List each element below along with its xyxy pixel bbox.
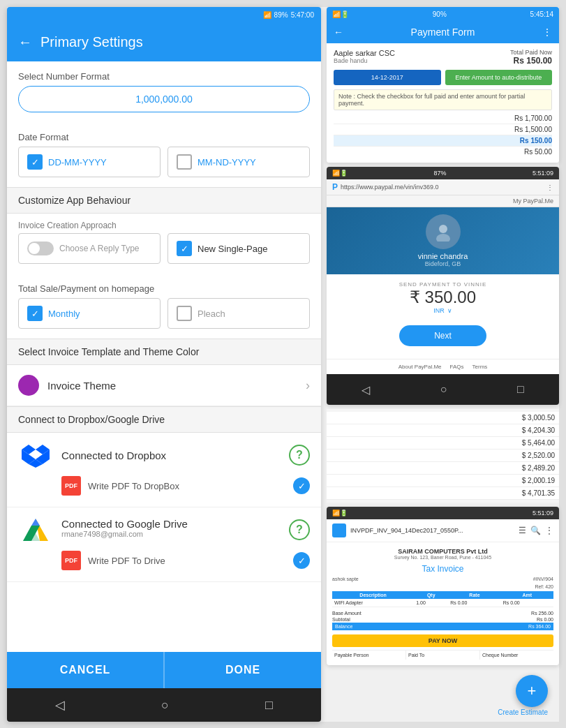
pp-battery: 87% [433,170,446,177]
pp-status-bar: 📶🔋 87% 5:51:09 [327,167,559,179]
inv-col-desc: Description [332,591,414,599]
approach-row: Choose A Reply Type ✓ New Single-Page [18,233,310,264]
pp-link-terms[interactable]: Terms [472,364,488,370]
approach-label-2: New Single-Page [198,244,267,254]
pp-nav-home[interactable]: ○ [440,383,447,396]
pp-next-button[interactable]: Next [399,325,486,346]
inv-pay-button[interactable]: PAY NOW [332,634,553,647]
inv-ref-text: Ref: 420 [535,584,553,589]
inv-company: SAIRAM COMPUTERS Pvt Ltd [332,548,553,555]
pf-buttons: 14-12-2017 Enter Amount to auto-distribu… [334,70,552,85]
gdrive-pdf-check[interactable]: ✓ [293,552,310,569]
dropbox-row: Connected to Dropbox ? [18,441,310,469]
date-format-label: Date Format [7,122,321,147]
date-option-dmy[interactable]: ✓ DD-MM-YYYY [18,147,161,177]
list-amounts-section: $ 3,000.50 $ 4,204.30 $ 5,464.00 $ 2,520… [327,409,559,503]
inv-search-icon[interactable]: 🔍 [530,526,541,535]
chevron-right-icon: › [306,378,310,393]
inv-address: Survey No. 123, Baner Road, Pune - 41104… [332,555,553,560]
dropbox-pdf-check[interactable]: ✓ [293,477,310,494]
invoice-theme-label: Invoice Theme [47,380,306,392]
payment-row: ✓ Monthly Pleach [18,298,310,329]
nav-home-button[interactable]: ○ [161,698,169,713]
payment-checkbox-pleach[interactable] [177,306,192,321]
payment-checkbox-monthly[interactable]: ✓ [27,306,43,321]
inv-item-desc: WIFI Adapter [332,599,414,607]
list-amount-1: $ 4,204.30 [327,424,559,437]
pf-menu-button[interactable]: ⋮ [542,27,552,38]
inv-item-rate: Rs 0.00 [448,599,500,607]
pf-amount-2: Rs 1,500.00 [334,124,552,135]
date-label-dmy: DD-MM-YYYY [48,157,107,168]
pf-amount-1: Rs 1,700.00 [334,113,552,124]
inv-balance-value: Rs 364.00 [528,624,551,629]
dropbox-pdf-icon: PDF [61,476,81,496]
pp-avatar [426,214,461,249]
pp-link-faq[interactable]: FAQs [450,364,464,370]
theme-color-dot [18,375,39,396]
cancel-button[interactable]: CANCEL [7,652,163,688]
approach-option-2[interactable]: ✓ New Single-Page [167,233,310,264]
pp-user-name: vinnie chandra [334,252,552,260]
payment-form-panel: 📶🔋 90% 5:45:14 ← Payment Form ⋮ Aaple sa… [327,7,559,163]
pf-total-label: Total Paid Now [510,49,552,56]
invoice-panel: 📶🔋 5:51:09 INVPDF_INV_904_14Dec2017_0550… [327,507,559,665]
pp-url[interactable]: https://www.paypal.me/vin/inv369.0 [341,184,544,191]
inv-body: SAIRAM COMPUTERS Pvt Ltd Survey No. 123,… [327,542,559,665]
date-format-row: ✓ DD-MM-YYYY MM-ND-YYYY [18,147,310,177]
inv-title-tax: Tax Invoice [332,564,553,574]
inv-list-icon[interactable]: ☰ [519,526,526,535]
gdrive-section: Connected to Google Drive rmane7498@gmai… [7,507,321,582]
inv-menu-icon[interactable]: ⋮ [545,526,553,535]
gdrive-help-button[interactable]: ? [289,519,310,540]
total-payment-label: Total Sale/Payment on homepage [7,274,321,298]
inv-subtotal-label: Subtotal [332,617,350,622]
number-format-input[interactable]: 1,000,000.00 [18,86,310,112]
list-amount-3: $ 2,520.00 [327,450,559,462]
approach-checkbox-2[interactable]: ✓ [177,241,192,256]
pp-time: 5:51:09 [533,170,553,177]
payment-option-monthly[interactable]: ✓ Monthly [18,298,161,329]
battery-status: 89% [274,11,288,19]
payment-label-pleach: Pleach [198,309,225,319]
pp-url-menu[interactable]: ⋮ [546,184,553,191]
pf-time: 5:45:14 [530,10,553,18]
done-button[interactable]: DONE [163,652,321,688]
dropbox-section-header: Connect to Dropbox/Google Drive [7,406,321,433]
inv-base-row: Base Amount Rs 256.00 [332,610,553,616]
pp-profile-header: vinnie chandra Bideford, GB [327,207,559,274]
approach-option-1[interactable]: Choose A Reply Type [18,233,161,264]
create-estimate-fab[interactable]: + [516,675,548,707]
dropbox-pdf-label: Write PDF To DropBox [88,481,293,491]
svg-point-10 [436,234,450,242]
pp-nav-back[interactable]: ◁ [362,383,370,396]
approach-toggle-1[interactable] [27,242,54,255]
pf-date-button[interactable]: 14-12-2017 [334,70,441,85]
date-checkbox-dmy[interactable]: ✓ [27,154,43,170]
dropbox-label: Connected to Dropbox [61,450,289,461]
list-amount-6: $ 4,701.35 [327,487,559,500]
pf-back-button[interactable]: ← [334,27,343,38]
pf-status-bar: 📶🔋 90% 5:45:14 [327,7,559,21]
payment-option-pleach[interactable]: Pleach [167,298,310,329]
inv-col-rate: Rate [448,591,500,599]
inv-footer: Payable Person Paid To Cheque Number [332,650,553,660]
invoice-theme-row[interactable]: Invoice Theme › [7,365,321,406]
dropbox-help-button[interactable]: ? [289,445,310,466]
pp-currency-chevron[interactable]: ∨ [447,307,452,314]
back-button[interactable]: ← [18,34,32,50]
nav-recent-button[interactable]: □ [265,698,273,713]
pp-location: Bideford, GB [334,260,552,267]
customize-section-header: Customize App Behaviour [7,187,321,214]
date-option-mnd[interactable]: MM-ND-YYYY [167,147,310,177]
pp-link-about[interactable]: About PayPal.Me [399,364,442,370]
date-checkbox-mnd[interactable] [177,154,192,170]
dropbox-icon [18,441,53,469]
nav-back-button[interactable]: ◁ [55,697,65,713]
paypal-panel: 📶🔋 87% 5:51:09 P https://www.paypal.me/v… [327,167,559,405]
pp-nav-recent[interactable]: □ [517,383,524,396]
time-display: 5:47:00 [291,11,314,19]
pp-links: About PayPal.Me FAQs Terms [327,359,559,374]
pf-auto-button[interactable]: Enter Amount to auto-distribute [445,70,553,85]
pp-header-label: My PayPal.Me [513,198,553,205]
